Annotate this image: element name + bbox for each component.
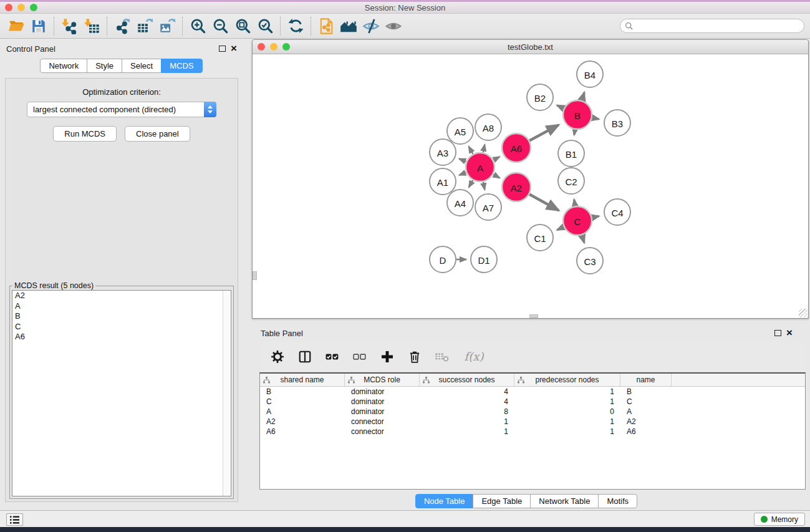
float-table-panel-icon[interactable] [774, 330, 781, 336]
column-header-shared-name[interactable]: shared name [260, 374, 345, 386]
zoom-fit-button[interactable] [231, 16, 254, 37]
new-network-from-selection-button[interactable] [315, 16, 337, 37]
network-edge-A-A6[interactable] [493, 157, 499, 160]
mcds-result-item[interactable]: B [12, 311, 231, 322]
zoom-selected-button[interactable] [254, 16, 276, 37]
control-panel-tabs: NetworkStyleSelectMCDS [0, 59, 243, 73]
scrollbar-track[interactable] [223, 291, 231, 496]
fx-icon: f(x) [465, 350, 484, 363]
network-edge-A-A8[interactable] [483, 145, 485, 153]
network-window-title: testGlobe.txt [253, 42, 808, 52]
task-history-button[interactable] [6, 513, 23, 526]
table-cell: 4 [420, 387, 514, 397]
import-network-icon [61, 17, 78, 34]
open-file-button[interactable] [5, 16, 27, 37]
network-edge-A-A5[interactable] [469, 147, 473, 154]
tab-network-table[interactable]: Network Table [530, 494, 599, 508]
run-mcds-button[interactable]: Run MCDS [53, 126, 117, 142]
column-header-name[interactable]: name [620, 374, 672, 386]
show-hide-button[interactable] [382, 16, 405, 37]
tab-mcds[interactable]: MCDS [161, 59, 202, 73]
network-edge-A-A2[interactable] [493, 175, 499, 178]
network-edge-B-B2[interactable] [557, 105, 564, 109]
unselect-all-button[interactable] [350, 347, 369, 366]
tab-network[interactable]: Network [40, 59, 87, 73]
network-edge-C-C3[interactable] [582, 235, 584, 243]
mcds-result-list[interactable]: A2ABCA6 [12, 290, 231, 496]
table-row[interactable]: Bdominator41B [260, 387, 805, 397]
network-canvas[interactable]: B4B2BB3A8A5A6A3B1AA1C2A2A4A7C4CC1C3DD1 [253, 54, 808, 318]
zoom-selected-icon [257, 17, 274, 34]
float-panel-icon[interactable] [219, 46, 226, 52]
network-edge-C-C1[interactable] [557, 227, 564, 230]
table-cell: A2 [620, 417, 672, 427]
table-row[interactable]: A6connector11A6 [260, 427, 805, 437]
table-cell: A [620, 407, 672, 417]
search-box[interactable] [620, 19, 804, 33]
criterion-dropdown[interactable]: largest connected component (directed) [27, 102, 216, 117]
network-edge-A-A4[interactable] [469, 180, 473, 187]
close-panel-icon[interactable]: × [231, 46, 237, 52]
select-all-button[interactable] [323, 347, 342, 366]
mcds-result-item[interactable]: A2 [12, 291, 231, 301]
plus-icon [380, 349, 395, 364]
trash-icon [408, 350, 422, 364]
network-edge-A-A7[interactable] [483, 182, 485, 190]
resize-grip-icon[interactable] [799, 309, 808, 317]
memory-button[interactable]: Memory [754, 513, 805, 526]
network-edge-B-B1[interactable] [574, 130, 575, 135]
network-window-titlebar[interactable]: testGlobe.txt [253, 40, 808, 54]
delete-table-button[interactable] [433, 347, 451, 366]
zoom-in-button[interactable] [186, 16, 209, 37]
network-edge-A-A1[interactable] [459, 173, 466, 175]
table-row[interactable]: Cdominator41C [260, 397, 805, 407]
table-settings-button[interactable] [268, 347, 287, 366]
network-edge-B-B4[interactable] [582, 92, 584, 100]
export-table-button[interactable] [133, 16, 156, 37]
node-label-A6: A6 [511, 143, 522, 154]
import-table-button[interactable] [80, 16, 103, 37]
network-edge-C-C4[interactable] [592, 216, 599, 217]
search-input[interactable] [636, 22, 804, 31]
export-image-button[interactable] [156, 16, 178, 37]
horizontal-scroll-indicator[interactable] [529, 314, 538, 318]
network-edge-C-C2[interactable] [574, 200, 576, 206]
save-session-button[interactable] [27, 16, 50, 37]
vertical-scroll-indicator[interactable] [253, 271, 257, 280]
tab-select[interactable]: Select [122, 59, 162, 73]
close-panel-button[interactable]: Close panel [125, 126, 190, 142]
refresh-button[interactable] [284, 16, 307, 37]
table-row[interactable]: A2connector11A2 [260, 417, 805, 427]
zoom-out-button[interactable] [209, 16, 231, 37]
first-neighbors-button[interactable] [337, 16, 360, 37]
add-column-button[interactable] [378, 347, 397, 366]
tab-motifs[interactable]: Motifs [598, 494, 637, 508]
split-view-button[interactable] [296, 347, 314, 366]
network-edge-A2-C[interactable] [529, 195, 559, 211]
tab-style[interactable]: Style [87, 59, 122, 73]
column-header-MCDS-role[interactable]: MCDS role [345, 374, 420, 386]
export-network-button[interactable] [111, 16, 133, 37]
network-edge-A-A3[interactable] [459, 158, 466, 162]
import-network-button[interactable] [58, 16, 80, 37]
table-panel-title: Table Panel [261, 329, 774, 338]
table-cell: connector [345, 427, 420, 437]
column-header-successor-nodes[interactable]: successor nodes [420, 374, 514, 386]
tab-node-table[interactable]: Node Table [415, 494, 474, 508]
toggle-graphics-details-button[interactable] [360, 16, 382, 37]
mcds-result-item[interactable]: A6 [12, 332, 231, 342]
mcds-result-item[interactable]: C [12, 322, 231, 332]
network-edge-A6-B[interactable] [529, 125, 559, 140]
network-edge-B-B3[interactable] [592, 118, 599, 119]
window-title: Session: New Session [0, 3, 810, 12]
mcds-result-item[interactable]: A [12, 301, 231, 312]
tab-edge-table[interactable]: Edge Table [473, 494, 531, 508]
table-row[interactable]: Adominator80A [260, 407, 805, 417]
delete-column-button[interactable] [405, 347, 424, 366]
node-label-C: C [574, 216, 581, 227]
save-floppy-icon [31, 18, 47, 34]
mcds-panel: Optimization criterion: largest connecte… [5, 78, 238, 502]
close-table-panel-icon[interactable]: × [786, 330, 793, 336]
column-header-predecessor-nodes[interactable]: predecessor nodes [514, 374, 620, 386]
function-builder-button[interactable]: f(x) [460, 347, 488, 366]
